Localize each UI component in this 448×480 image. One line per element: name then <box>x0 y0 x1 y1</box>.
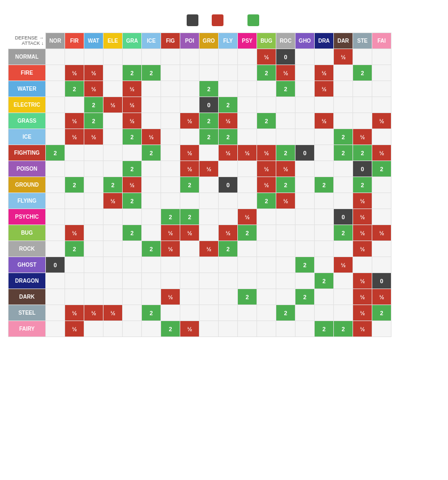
cell-dragon-gra <box>123 273 142 289</box>
cell-ground-fir: 2 <box>65 177 84 193</box>
cell-ghost-fai <box>372 257 391 273</box>
cell-grass-gra: ½ <box>123 113 142 129</box>
table-row: PSYCHIC22½0½ <box>9 209 391 225</box>
cell-fairy-bug <box>257 321 276 337</box>
cell-grass-fig <box>161 113 180 129</box>
cell-poison-nor <box>46 161 65 177</box>
cell-bug-fly: ½ <box>219 225 238 241</box>
cell-electric-fir <box>65 97 84 113</box>
col-header-fig: FIG <box>161 33 180 49</box>
cell-electric-fly: 2 <box>219 97 238 113</box>
cell-flying-psy <box>238 193 257 209</box>
cell-poison-ste: 0 <box>353 161 372 177</box>
cell-water-ste <box>353 81 372 97</box>
cell-steel-dra <box>315 305 334 321</box>
cell-ice-fai <box>372 129 391 145</box>
cell-rock-fly: 2 <box>219 241 238 257</box>
cell-normal-ele <box>103 49 123 65</box>
cell-bug-fir: ½ <box>65 225 84 241</box>
col-header-dar: DAR <box>334 33 353 49</box>
cell-bug-gra: 2 <box>123 225 142 241</box>
cell-fighting-nor: 2 <box>46 145 65 161</box>
col-header-wat: WAT <box>84 33 103 49</box>
cell-fighting-bug: ½ <box>257 145 276 161</box>
cell-poison-gro: ½ <box>199 161 219 177</box>
cell-poison-bug: ½ <box>257 161 276 177</box>
cell-fairy-ice <box>142 321 161 337</box>
cell-steel-gho <box>295 305 315 321</box>
cell-ghost-fir <box>65 257 84 273</box>
cell-dragon-ele <box>103 273 123 289</box>
cell-fire-fai <box>372 65 391 81</box>
cell-flying-bug: 2 <box>257 193 276 209</box>
cell-ghost-nor: 0 <box>46 257 65 273</box>
cell-ice-bug <box>257 129 276 145</box>
cell-steel-psy <box>238 305 257 321</box>
cell-grass-fai: ½ <box>372 113 391 129</box>
cell-steel-fly <box>219 305 238 321</box>
cell-flying-gra: 2 <box>123 193 142 209</box>
legend <box>8 14 440 26</box>
cell-ground-poi: 2 <box>180 177 199 193</box>
col-header-bug: BUG <box>257 33 276 49</box>
col-header-fly: FLY <box>219 33 238 49</box>
cell-rock-psy <box>238 241 257 257</box>
cell-normal-nor <box>46 49 65 65</box>
cell-rock-gho <box>295 241 315 257</box>
cell-grass-nor <box>46 113 65 129</box>
row-header-steel: STEEL <box>9 305 46 321</box>
cell-poison-roc: ½ <box>276 161 295 177</box>
cell-flying-nor <box>46 193 65 209</box>
cell-fairy-gro <box>199 321 219 337</box>
cell-ice-wat: ½ <box>84 129 103 145</box>
cell-bug-gro <box>199 225 219 241</box>
cell-poison-fig <box>161 161 180 177</box>
cell-ghost-fly <box>219 257 238 273</box>
col-header-gho: GHO <box>295 33 315 49</box>
cell-steel-roc: 2 <box>276 305 295 321</box>
cell-dark-poi <box>180 289 199 305</box>
cell-electric-psy <box>238 97 257 113</box>
col-header-gra: GRA <box>123 33 142 49</box>
cell-grass-poi: ½ <box>180 113 199 129</box>
cell-flying-fly <box>219 193 238 209</box>
cell-dark-bug <box>257 289 276 305</box>
cell-water-dra: ½ <box>315 81 334 97</box>
cell-ghost-ele <box>103 257 123 273</box>
cell-electric-fai <box>372 97 391 113</box>
cell-water-fir: 2 <box>65 81 84 97</box>
table-row: GRASS½2½½2½2½½ <box>9 113 391 129</box>
cell-flying-wat <box>84 193 103 209</box>
cell-fire-poi <box>180 65 199 81</box>
cell-rock-wat <box>84 241 103 257</box>
cell-dragon-wat <box>84 273 103 289</box>
cell-electric-dra <box>315 97 334 113</box>
row-header-dark: DARK <box>9 289 46 305</box>
cell-fire-fir: ½ <box>65 65 84 81</box>
cell-psychic-poi: 2 <box>180 209 199 225</box>
cell-rock-gro: ½ <box>199 241 219 257</box>
cell-water-fly <box>219 81 238 97</box>
cell-fairy-fai <box>372 321 391 337</box>
cell-bug-roc <box>276 225 295 241</box>
cell-poison-fai: 2 <box>372 161 391 177</box>
cell-ground-roc: 2 <box>276 177 295 193</box>
cell-ghost-psy <box>238 257 257 273</box>
cell-dragon-ste: ½ <box>353 273 372 289</box>
cell-rock-fig: ½ <box>161 241 180 257</box>
cell-dragon-psy <box>238 273 257 289</box>
cell-dark-ice <box>142 289 161 305</box>
table-row: DRAGON2½0 <box>9 273 391 289</box>
cell-fire-dar <box>334 65 353 81</box>
cell-bug-dar: 2 <box>334 225 353 241</box>
cell-electric-roc <box>276 97 295 113</box>
cell-dark-fig: ½ <box>161 289 180 305</box>
legend-zero <box>187 14 201 26</box>
cell-electric-bug <box>257 97 276 113</box>
cell-rock-dra <box>315 241 334 257</box>
cell-rock-poi <box>180 241 199 257</box>
cell-ice-fly: 2 <box>219 129 238 145</box>
cell-fighting-psy: ½ <box>238 145 257 161</box>
col-header-nor: NOR <box>46 33 65 49</box>
cell-grass-ste <box>353 113 372 129</box>
